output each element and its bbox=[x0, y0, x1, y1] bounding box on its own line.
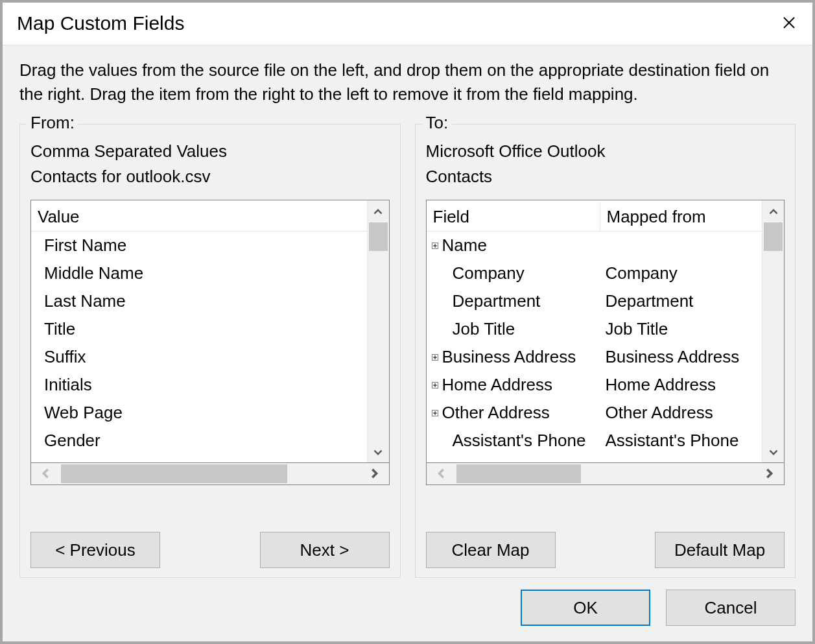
to-listbox[interactable]: Field Mapped from NameCompanyCompanyDepa… bbox=[426, 200, 785, 463]
from-horizontal-scrollbar[interactable] bbox=[30, 463, 390, 485]
scroll-thumb[interactable] bbox=[764, 222, 783, 251]
chevron-right-icon bbox=[368, 464, 380, 484]
to-field: Department bbox=[442, 289, 606, 314]
from-value: Middle Name bbox=[44, 261, 143, 286]
from-file: Contacts for outlook.csv bbox=[30, 164, 390, 189]
default-map-button[interactable]: Default Map bbox=[655, 532, 785, 568]
hscroll-track[interactable] bbox=[61, 463, 359, 484]
dialog-title: Map Custom Fields bbox=[17, 12, 777, 34]
to-list-item[interactable]: Assistant's PhoneAssistant's Phone bbox=[427, 427, 762, 455]
chevron-down-icon bbox=[768, 442, 779, 462]
scroll-down-button[interactable] bbox=[762, 440, 784, 462]
to-list-item[interactable]: DepartmentDepartment bbox=[427, 287, 762, 315]
hscroll-thumb[interactable] bbox=[456, 464, 582, 483]
to-vertical-scrollbar[interactable] bbox=[762, 200, 784, 462]
cancel-button[interactable]: Cancel bbox=[666, 590, 796, 626]
ok-button[interactable]: OK bbox=[521, 590, 650, 626]
next-button[interactable]: Next > bbox=[260, 532, 390, 568]
from-value: Web Page bbox=[44, 400, 123, 425]
from-info: Comma Separated Values Contacts for outl… bbox=[20, 125, 400, 195]
from-value: Suffix bbox=[44, 344, 86, 370]
to-field: Business Address bbox=[442, 344, 606, 370]
to-list-item[interactable]: CompanyCompany bbox=[427, 259, 762, 287]
to-field: Assistant's Phone bbox=[442, 428, 606, 453]
to-mapped-from: Job Title bbox=[606, 316, 668, 342]
to-list-item[interactable]: Business AddressBusiness Address bbox=[427, 343, 762, 371]
to-mapped-from: Business Address bbox=[606, 344, 740, 370]
scroll-up-button[interactable] bbox=[762, 200, 784, 222]
map-custom-fields-dialog: Map Custom Fields Drag the values from t… bbox=[2, 2, 813, 642]
to-mapped-from: Home Address bbox=[606, 372, 716, 398]
chevron-up-icon bbox=[768, 202, 779, 222]
chevron-up-icon bbox=[373, 202, 383, 222]
from-value: First Name bbox=[44, 233, 126, 258]
expand-icon[interactable] bbox=[431, 241, 440, 250]
scroll-down-button[interactable] bbox=[368, 440, 389, 462]
to-list-header: Field Mapped from bbox=[427, 203, 762, 232]
scroll-up-button[interactable] bbox=[368, 200, 389, 222]
from-value: Initials bbox=[44, 372, 92, 398]
chevron-left-icon bbox=[436, 464, 447, 484]
titlebar: Map Custom Fields bbox=[3, 3, 812, 45]
hscroll-thumb[interactable] bbox=[61, 464, 287, 483]
to-horizontal-scrollbar[interactable] bbox=[426, 463, 785, 485]
from-label: From: bbox=[27, 113, 78, 133]
to-list-item[interactable]: Other AddressOther Address bbox=[427, 399, 762, 427]
from-pane-buttons: < Previous Next > bbox=[20, 485, 400, 568]
from-list-item[interactable]: Suffix bbox=[31, 343, 367, 371]
instructions-text: Drag the values from the source file on … bbox=[3, 45, 812, 110]
expand-icon[interactable] bbox=[431, 353, 440, 362]
to-field: Other Address bbox=[442, 400, 606, 425]
from-value: Last Name bbox=[44, 289, 126, 314]
from-list-item[interactable]: Title bbox=[31, 315, 367, 343]
scroll-thumb[interactable] bbox=[369, 222, 388, 251]
to-list-body[interactable]: Field Mapped from NameCompanyCompanyDepa… bbox=[427, 200, 762, 462]
to-mapped-from: Department bbox=[606, 289, 694, 314]
to-header-mapped: Mapped from bbox=[600, 203, 762, 231]
to-pane: To: Microsoft Office Outlook Contacts Fi… bbox=[415, 124, 796, 578]
from-list-item[interactable]: First Name bbox=[31, 232, 367, 259]
to-app: Microsoft Office Outlook bbox=[426, 139, 785, 164]
to-list-item[interactable]: Name bbox=[427, 232, 762, 259]
from-list-item[interactable]: Initials bbox=[31, 371, 367, 399]
from-list-item[interactable]: Last Name bbox=[31, 287, 367, 315]
to-field: Home Address bbox=[442, 372, 606, 398]
to-list-item[interactable]: Job TitleJob Title bbox=[427, 315, 762, 343]
scroll-left-button[interactable] bbox=[31, 463, 61, 484]
to-info: Microsoft Office Outlook Contacts bbox=[416, 125, 796, 195]
scroll-track[interactable] bbox=[368, 222, 389, 440]
to-list-item[interactable]: Home AddressHome Address bbox=[427, 371, 762, 399]
previous-button[interactable]: < Previous bbox=[30, 532, 160, 568]
scroll-track[interactable] bbox=[762, 222, 784, 440]
chevron-right-icon bbox=[763, 464, 775, 484]
panes: From: Comma Separated Values Contacts fo… bbox=[3, 110, 812, 578]
scroll-right-button[interactable] bbox=[359, 463, 389, 484]
from-format: Comma Separated Values bbox=[30, 139, 390, 164]
to-mapped-from: Other Address bbox=[606, 400, 713, 425]
expand-icon[interactable] bbox=[431, 409, 440, 418]
to-field: Job Title bbox=[442, 316, 606, 342]
chevron-down-icon bbox=[373, 442, 383, 462]
from-list-item[interactable]: Middle Name bbox=[31, 259, 367, 287]
from-header-value: Value bbox=[31, 203, 367, 231]
from-pane: From: Comma Separated Values Contacts fo… bbox=[19, 124, 401, 578]
from-list-item[interactable]: Gender bbox=[31, 427, 367, 455]
close-button[interactable] bbox=[777, 12, 801, 35]
from-listbox[interactable]: Value First NameMiddle NameLast NameTitl… bbox=[30, 200, 390, 463]
chevron-left-icon bbox=[40, 464, 52, 484]
from-vertical-scrollbar[interactable] bbox=[367, 200, 389, 462]
clear-map-button[interactable]: Clear Map bbox=[426, 532, 556, 568]
from-list-header: Value bbox=[31, 203, 367, 232]
hscroll-track[interactable] bbox=[456, 463, 755, 484]
from-value: Gender bbox=[44, 428, 100, 453]
scroll-right-button[interactable] bbox=[754, 463, 784, 484]
to-folder: Contacts bbox=[426, 164, 785, 189]
to-label: To: bbox=[422, 113, 453, 133]
dialog-buttons: OK Cancel bbox=[3, 578, 812, 641]
from-list-body[interactable]: Value First NameMiddle NameLast NameTitl… bbox=[31, 200, 367, 462]
from-value: Title bbox=[44, 316, 75, 342]
to-field: Company bbox=[442, 261, 606, 286]
scroll-left-button[interactable] bbox=[427, 463, 456, 484]
from-list-item[interactable]: Web Page bbox=[31, 399, 367, 427]
expand-icon[interactable] bbox=[431, 381, 440, 390]
